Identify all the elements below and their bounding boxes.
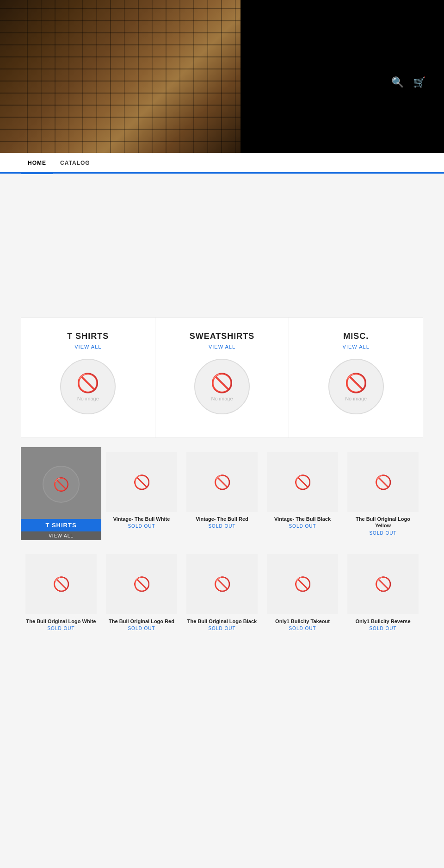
product-name: Only1 Bullcity Reverse	[347, 618, 419, 624]
search-icon[interactable]: 🔍	[391, 76, 404, 88]
sweatshirts-placeholder: 🚫 No image	[194, 359, 250, 414]
sweatshirts-no-image-text: No image	[211, 396, 233, 401]
product-item[interactable]: 🚫 The Bull Original Logo Black SOLD OUT	[182, 550, 262, 636]
product-item[interactable]: 🚫 The Bull Original Logo White SOLD OUT	[21, 550, 101, 636]
tshirts-no-image-text: No image	[77, 396, 99, 401]
product-no-image-icon: 🚫	[214, 576, 231, 592]
hero-spacer	[0, 174, 444, 317]
collection-misc-title: MISC.	[298, 331, 413, 341]
collection-misc: MISC. VIEW ALL 🚫 No image	[289, 318, 423, 437]
product-name: Vintage- The Bull Black	[267, 516, 338, 522]
product-item[interactable]: 🚫 The Bull Original Logo Yellow SOLD OUT	[343, 447, 423, 540]
tshirts-card-placeholder-icon: 🚫	[43, 466, 80, 503]
main-nav: HOME CATALOG	[0, 153, 444, 174]
misc-placeholder: 🚫 No image	[328, 359, 384, 414]
product-name: Vintage- The Bull Red	[186, 516, 258, 522]
sold-out-badge: SOLD OUT	[106, 626, 177, 631]
collection-tshirts: T SHIRTS VIEW ALL 🚫 No image	[21, 318, 155, 437]
product-no-image-icon: 🚫	[53, 576, 70, 592]
product-item[interactable]: 🚫 Only1 Bullcity Reverse SOLD OUT	[343, 550, 423, 636]
product-image-box: 🚫	[267, 452, 338, 512]
nav-item-catalog[interactable]: CATALOG	[53, 152, 97, 173]
product-no-image-icon: 🚫	[375, 576, 392, 592]
collection-sweatshirts-title: SWEATSHIRTS	[165, 331, 280, 341]
tshirts-card-view-all[interactable]: VIEW ALL	[21, 531, 101, 540]
product-item[interactable]: 🚫 The Bull Original Logo Red SOLD OUT	[101, 550, 182, 636]
product-image-box: 🚫	[186, 452, 258, 512]
site-header: 🔍 🛒 HOME CATALOG	[0, 0, 444, 174]
sold-out-badge: SOLD OUT	[267, 626, 338, 631]
product-item[interactable]: 🚫 Vintage- The Bull Red SOLD OUT	[182, 447, 262, 540]
product-name: The Bull Original Logo Black	[186, 618, 258, 624]
misc-no-image-text: No image	[345, 396, 367, 401]
product-image-box: 🚫	[347, 452, 419, 512]
product-item[interactable]: 🚫 Only1 Bullcity Takeout SOLD OUT	[262, 550, 343, 636]
product-image-box: 🚫	[106, 554, 177, 614]
sold-out-badge: SOLD OUT	[347, 626, 419, 631]
product-name: The Bull Original Logo Red	[106, 618, 177, 624]
collection-tshirts-title: T SHIRTS	[31, 331, 146, 341]
sold-out-badge: SOLD OUT	[186, 626, 258, 631]
products-row1: 🚫 T SHIRTS VIEW ALL 🚫 Vintage- The Bull …	[21, 447, 423, 540]
sweatshirts-view-all-link[interactable]: VIEW ALL	[165, 344, 280, 350]
sold-out-badge: SOLD OUT	[25, 626, 97, 631]
tshirts-no-image-icon: 🚫	[76, 372, 99, 394]
hero-image	[0, 0, 240, 153]
product-image-box: 🚫	[186, 554, 258, 614]
product-image-box: 🚫	[347, 554, 419, 614]
sold-out-badge: SOLD OUT	[267, 524, 338, 529]
product-image-box: 🚫	[267, 554, 338, 614]
nav-item-home[interactable]: HOME	[21, 153, 53, 174]
product-item[interactable]: 🚫 Vintage- The Bull White SOLD OUT	[101, 447, 182, 540]
product-name: The Bull Original Logo White	[25, 618, 97, 624]
product-name: The Bull Original Logo Yellow	[347, 516, 419, 529]
products-row2: 🚫 The Bull Original Logo White SOLD OUT …	[21, 550, 423, 636]
tshirts-card-badge: T SHIRTS	[21, 519, 101, 531]
sold-out-badge: SOLD OUT	[186, 524, 258, 529]
cart-icon[interactable]: 🛒	[413, 76, 426, 88]
product-name: Only1 Bullcity Takeout	[267, 618, 338, 624]
product-item[interactable]: 🚫 Vintage- The Bull Black SOLD OUT	[262, 447, 343, 540]
product-no-image-icon: 🚫	[214, 474, 231, 490]
product-image-box: 🚫	[106, 452, 177, 512]
collection-sweatshirts: SWEATSHIRTS VIEW ALL 🚫 No image	[155, 318, 290, 437]
collections-section: T SHIRTS VIEW ALL 🚫 No image SWEATSHIRTS…	[21, 317, 423, 438]
product-no-image-icon: 🚫	[133, 576, 150, 592]
sold-out-badge: SOLD OUT	[347, 531, 419, 536]
product-name: Vintage- The Bull White	[106, 516, 177, 522]
sweatshirts-no-image-icon: 🚫	[210, 372, 234, 394]
tshirts-view-all-link[interactable]: VIEW ALL	[31, 344, 146, 350]
product-no-image-icon: 🚫	[294, 474, 311, 490]
misc-view-all-link[interactable]: VIEW ALL	[298, 344, 413, 350]
misc-no-image-icon: 🚫	[345, 372, 368, 394]
product-image-box: 🚫	[25, 554, 97, 614]
product-no-image-icon: 🚫	[375, 474, 392, 490]
tshirts-placeholder: 🚫 No image	[60, 359, 116, 414]
product-no-image-icon: 🚫	[133, 474, 150, 490]
product-no-image-icon: 🚫	[294, 576, 311, 592]
tshirts-featured-card[interactable]: 🚫 T SHIRTS VIEW ALL	[21, 447, 101, 540]
header-icons: 🔍 🛒	[391, 76, 426, 88]
sold-out-badge: SOLD OUT	[106, 524, 177, 529]
